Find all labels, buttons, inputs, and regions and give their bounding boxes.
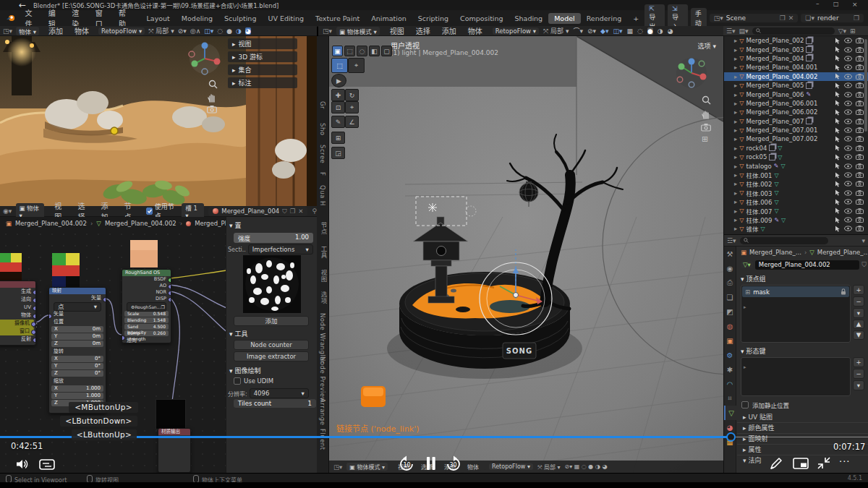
node-counter-button[interactable]: Node counter (234, 340, 309, 350)
hide-render-icon[interactable] (856, 190, 864, 196)
expand-icon[interactable]: ▸ (734, 207, 737, 215)
sidebar-tab-节点[interactable]: 节点 (319, 222, 328, 235)
pick-select-icon[interactable]: ▢ (381, 46, 392, 56)
fake-user-icon[interactable]: ⛉ (861, 261, 867, 269)
shading-wireframe-icon[interactable]: ◌ (217, 27, 223, 35)
selectable-icon[interactable] (835, 207, 841, 214)
socket[interactable] (33, 290, 36, 295)
zoom-icon[interactable] (208, 80, 218, 89)
mesh-data-dropdown[interactable]: ▽▾ (741, 261, 753, 268)
panel-颜色属性[interactable]: ▸ 颜色属性 (737, 423, 868, 434)
socket[interactable] (33, 306, 36, 311)
workspace-tab-Model[interactable]: Model (548, 13, 581, 24)
view-layer-selector[interactable]: ❏▾ render ❐ (801, 14, 864, 22)
node-output-生成[interactable]: 生成 (0, 288, 35, 296)
properties-search[interactable] (740, 237, 828, 244)
vertex-group-specials-button[interactable]: ▾ (853, 308, 864, 318)
value-field[interactable]: X0m (51, 326, 103, 333)
hide-render-icon[interactable] (856, 92, 864, 98)
hide-viewport-icon[interactable] (844, 109, 852, 115)
move-up-button[interactable]: ▲ (853, 320, 864, 329)
mode-dropdown[interactable]: 物体 ▾ (16, 27, 39, 35)
navigation-gizmo[interactable] (188, 40, 221, 77)
outliner-row[interactable]: ▸▽Merged_Plane_007.001 (724, 126, 868, 134)
group-input-field[interactable]: Sand intensity4.500 (124, 324, 169, 330)
image-extractor-button[interactable]: Image extractor (234, 351, 309, 361)
hide-render-icon[interactable] (856, 56, 864, 61)
tweak-select-icon[interactable]: ▣ (332, 46, 343, 56)
transform-orientation[interactable]: ⤧ 局部 ▾ (148, 26, 174, 35)
sidebar-tab-Sho[interactable]: Sho (319, 123, 326, 135)
workspace-tab-Rendering[interactable]: Rendering (581, 13, 628, 24)
image-paint-panel-title[interactable]: ▾ 图像绘制 (229, 366, 260, 375)
outliner-search[interactable] (752, 27, 835, 35)
editor-type-icon[interactable]: ◉▾ (3, 207, 12, 215)
shading-material-icon[interactable]: ◑ (658, 27, 663, 35)
hide-viewport-icon[interactable] (844, 100, 852, 106)
selectable-icon[interactable] (835, 91, 841, 98)
sidebar-section-标注[interactable]: ▸标注 (228, 77, 297, 88)
rendered-preview-viewport[interactable]: ▸视图▸3D 游标▸集合▸标注 (0, 36, 317, 206)
socket[interactable] (31, 330, 36, 335)
socket[interactable] (33, 338, 36, 343)
collection-icon[interactable]: ▤▾ (739, 27, 749, 35)
outliner-row[interactable]: ▸▽Merged_Plane_004 (724, 54, 868, 63)
properties-tab-modifiers[interactable]: ⚙ (724, 348, 736, 362)
tiles-count-field[interactable]: Tiles count1 (234, 399, 316, 408)
retopoflow-menu[interactable]: RetopoFlow ▾ (493, 27, 539, 35)
socket[interactable] (33, 314, 36, 319)
sidebar-tab-H[interactable]: H (319, 201, 326, 206)
shading-solid-icon[interactable]: ● (647, 27, 653, 35)
progress-playhead[interactable] (726, 432, 736, 442)
hide-viewport-icon[interactable] (844, 154, 852, 160)
outliner-row[interactable]: ▸▽Merged_Plane_003 (724, 45, 868, 53)
overlays-icon[interactable]: ◫▾ (613, 27, 623, 35)
expand-icon[interactable]: ▸ (734, 100, 737, 107)
selectable-icon[interactable] (835, 189, 841, 196)
options-dropdown[interactable]: 选项 ▾ (698, 41, 716, 51)
pan-hand-icon[interactable] (701, 109, 711, 119)
sidebar-panel-title[interactable]: ▾ 置 (229, 221, 241, 230)
expand-icon[interactable]: ▸ (734, 189, 737, 197)
outliner-row[interactable]: ▸▽锥体▽ (724, 224, 868, 233)
node-output-UV[interactable]: UV (0, 304, 35, 312)
workspace-tab-+[interactable]: + (627, 13, 644, 24)
strength-slider[interactable]: 强度1.00 (234, 233, 313, 243)
proportional-edit-icon[interactable]: ◎∧ (190, 27, 200, 35)
sidebar-tab-视图[interactable]: 视图 (319, 270, 328, 283)
node-output-BSDF[interactable]: BSDF (122, 276, 171, 283)
annotate-tool[interactable]: ✎ (331, 116, 345, 128)
outliner-row[interactable]: ▸▽Merged_Plane_002 (724, 36, 868, 45)
selectable-icon[interactable] (835, 118, 841, 124)
expand-icon[interactable]: ▸ (734, 46, 737, 53)
expand-icon[interactable]: ▸ (734, 145, 737, 152)
outliner-row[interactable]: ▸▽rock04▽ (724, 144, 868, 153)
group-input-field[interactable]: Blending1.548 (124, 317, 169, 323)
hide-viewport-icon[interactable] (844, 217, 852, 223)
sidebar-tab-Arrange[interactable]: Arrange (319, 398, 326, 425)
selectable-icon[interactable] (835, 136, 841, 142)
circle-select-icon[interactable]: ◌ (357, 46, 367, 56)
value-field[interactable]: Z0° (51, 370, 103, 377)
outliner-row[interactable]: ▸▽柱体.007▽ (724, 206, 868, 215)
add-cube-tool[interactable]: ⊞ (331, 132, 345, 144)
cursor-tool[interactable]: ⌖ (348, 58, 365, 73)
hide-viewport-icon[interactable] (844, 38, 852, 43)
expand-icon[interactable]: ▸ (734, 153, 737, 160)
box-select-icon[interactable]: ⬚ (344, 46, 355, 56)
workspace-tab-Texture Paint[interactable]: Texture Paint (310, 13, 365, 24)
fake-user-icon[interactable]: ⛉ (282, 207, 286, 215)
filter-icon[interactable]: ▽▾ (838, 27, 846, 35)
hide-viewport-icon[interactable] (844, 136, 852, 142)
copy-icon[interactable]: ❐ (780, 14, 786, 22)
measure-tool[interactable]: ∠ (345, 116, 359, 128)
sidebar-tab-F[interactable]: F (319, 172, 326, 176)
transform-orientation[interactable]: ⤧ 局部 ▾ (543, 26, 569, 35)
hide-render-icon[interactable] (856, 154, 864, 160)
hide-viewport-icon[interactable] (844, 145, 852, 151)
selectable-icon[interactable] (835, 172, 841, 179)
expand-icon[interactable]: ▸ (734, 37, 737, 44)
shading-rendered-icon[interactable]: ◕ (668, 27, 673, 35)
expand-icon[interactable]: ▸ (734, 82, 737, 89)
filter-dropdown-icon[interactable]: ▾ (861, 237, 865, 244)
